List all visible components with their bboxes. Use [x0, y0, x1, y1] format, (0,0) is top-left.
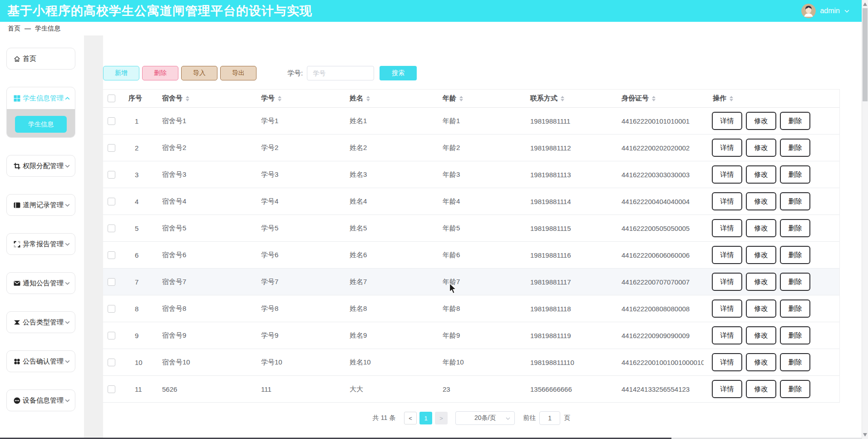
export-button[interactable]: 导出 — [220, 66, 256, 80]
cell-student-no: 学号2 — [252, 135, 340, 161]
detail-button[interactable]: 详情 — [712, 299, 742, 318]
sidebar-group-crop[interactable]: 权限分配管理 — [6, 155, 75, 177]
detail-button[interactable]: 详情 — [712, 273, 742, 291]
delete-row-button[interactable]: 删除 — [780, 353, 810, 371]
edit-button[interactable]: 修改 — [746, 139, 776, 157]
delete-button[interactable]: 删除 — [142, 66, 178, 80]
column-header-6[interactable]: 联系方式 — [521, 90, 612, 107]
sidebar-group-panel[interactable]: 道闸记录管理 — [6, 194, 75, 216]
user-menu[interactable]: admin — [801, 0, 850, 22]
row-checkbox[interactable] — [108, 359, 115, 366]
scrollbar-thumb[interactable] — [863, 8, 868, 101]
column-header-7[interactable]: 身份证号 — [612, 90, 704, 107]
edit-button[interactable]: 修改 — [746, 112, 776, 130]
column-header-5[interactable]: 年龄 — [434, 90, 521, 107]
scroll-up-arrow-icon[interactable] — [863, 3, 867, 6]
delete-row-button[interactable]: 删除 — [780, 165, 810, 184]
row-checkbox[interactable] — [108, 171, 115, 179]
edit-button[interactable]: 修改 — [746, 353, 776, 371]
sidebar-group-mail[interactable]: 通知公告管理 — [6, 272, 75, 294]
detail-button[interactable]: 详情 — [712, 326, 742, 344]
chevron-up-icon — [64, 95, 70, 101]
sidebar-group-circle-dots[interactable]: 设备信息管理 — [6, 389, 75, 411]
detail-button[interactable]: 详情 — [712, 219, 742, 237]
next-page-button[interactable]: > — [435, 412, 448, 424]
column-header-3[interactable]: 学号 — [252, 90, 340, 107]
delete-row-button[interactable]: 删除 — [780, 246, 810, 264]
page-size-select[interactable]: 20条/页 — [455, 411, 515, 425]
sidebar-item-home[interactable]: 首页 — [6, 48, 75, 70]
row-checkbox[interactable] — [108, 117, 115, 125]
breadcrumb-home[interactable]: 首页 — [8, 25, 20, 33]
delete-row-button[interactable]: 删除 — [780, 273, 810, 291]
delete-row-button[interactable]: 删除 — [780, 192, 810, 210]
search-input[interactable] — [307, 66, 374, 80]
detail-button[interactable]: 详情 — [712, 139, 742, 157]
cell-name: 姓名1 — [340, 108, 434, 134]
search-button[interactable]: 搜索 — [380, 66, 417, 80]
sidebar-group-student-info-header[interactable]: 学生信息管理 — [7, 87, 75, 109]
add-button[interactable]: 新增 — [103, 66, 139, 80]
edit-button[interactable]: 修改 — [746, 326, 776, 344]
sidebar-item-student-info[interactable]: 学生信息 — [15, 116, 67, 133]
column-header-4[interactable]: 姓名 — [340, 90, 434, 107]
cell-student-no: 学号3 — [252, 161, 340, 188]
edit-button[interactable]: 修改 — [746, 219, 776, 237]
delete-row-button[interactable]: 删除 — [780, 326, 810, 344]
sidebar-group-corners[interactable]: 异常报告管理 — [6, 233, 75, 255]
detail-button[interactable]: 详情 — [712, 165, 742, 184]
chevron-down-icon — [64, 319, 70, 325]
select-all-checkbox[interactable] — [108, 95, 115, 102]
detail-button[interactable]: 详情 — [712, 353, 742, 371]
row-checkbox[interactable] — [108, 305, 115, 313]
table-row: 9 宿舍号9 学号9 姓名9 年龄9 19819881119 441622200… — [103, 322, 840, 349]
row-checkbox[interactable] — [108, 332, 115, 339]
row-checkbox[interactable] — [108, 251, 115, 259]
column-header-2[interactable]: 宿舍号 — [157, 90, 252, 107]
edit-button[interactable]: 修改 — [746, 273, 776, 291]
sidebar-group-label: 道闸记录管理 — [23, 201, 64, 210]
delete-row-button[interactable]: 删除 — [780, 219, 810, 237]
edit-button[interactable]: 修改 — [746, 165, 776, 184]
cell-student-no: 学号8 — [252, 295, 340, 322]
cell-id-card: 441622200808080008 — [612, 295, 704, 322]
row-checkbox-cell — [103, 135, 125, 161]
prev-page-button[interactable]: < — [404, 412, 417, 424]
cell-age: 年龄5 — [434, 215, 521, 241]
page-size-value: 20条/页 — [474, 414, 496, 422]
detail-button[interactable]: 详情 — [712, 112, 742, 130]
cell-age: 23 — [434, 376, 521, 402]
detail-button[interactable]: 详情 — [712, 246, 742, 264]
cell-index: 10 — [125, 349, 157, 375]
current-page-button[interactable]: 1 — [419, 412, 432, 424]
row-checkbox[interactable] — [108, 144, 115, 152]
cell-id-card: 441622200101010001 — [612, 108, 704, 134]
row-checkbox-cell — [103, 188, 125, 215]
edit-button[interactable]: 修改 — [746, 246, 776, 264]
row-checkbox[interactable] — [108, 224, 115, 232]
delete-row-button[interactable]: 删除 — [780, 112, 810, 130]
sort-icon — [278, 96, 281, 101]
edit-button[interactable]: 修改 — [746, 299, 776, 318]
sidebar-group-dots-grid[interactable]: 公告确认管理 — [6, 350, 75, 372]
cell-phone: 198198811110 — [521, 349, 612, 375]
goto-page-input[interactable] — [539, 411, 560, 425]
vertical-scrollbar[interactable] — [862, 0, 868, 439]
edit-button[interactable]: 修改 — [746, 380, 776, 398]
delete-row-button[interactable]: 删除 — [780, 139, 810, 157]
scroll-down-arrow-icon[interactable] — [863, 433, 867, 436]
delete-row-button[interactable]: 删除 — [780, 299, 810, 318]
edit-button[interactable]: 修改 — [746, 192, 776, 210]
row-checkbox[interactable] — [108, 278, 115, 286]
detail-button[interactable]: 详情 — [712, 380, 742, 398]
detail-button[interactable]: 详情 — [712, 192, 742, 210]
sidebar-group-label: 学生信息管理 — [23, 94, 64, 103]
import-button[interactable]: 导入 — [181, 66, 217, 80]
delete-row-button[interactable]: 删除 — [780, 380, 810, 398]
sort-icon — [186, 96, 189, 101]
row-checkbox[interactable] — [108, 198, 115, 205]
page-title: 基于小程序的高校学生公寓道闸管理平台的设计与实现 — [7, 3, 312, 19]
column-header-8[interactable]: 操作 — [704, 90, 840, 107]
row-checkbox[interactable] — [108, 385, 115, 393]
sidebar-group-hourglass[interactable]: 公告类型管理 — [6, 311, 75, 333]
